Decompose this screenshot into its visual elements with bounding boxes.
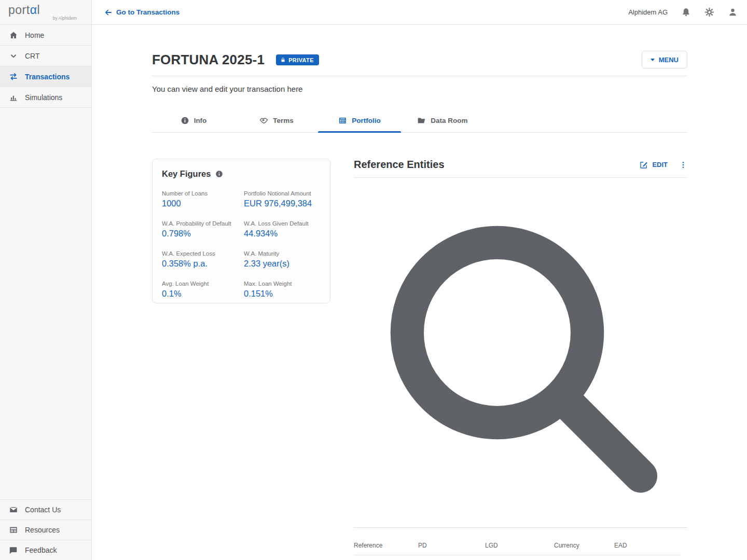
comment-icon <box>9 545 18 555</box>
key-figure-value: 0.358% p.a. <box>162 259 239 269</box>
sidebar-item-feedback[interactable]: Feedback <box>0 540 91 560</box>
column-header[interactable]: LGD <box>485 542 554 555</box>
back-arrow-icon <box>104 8 113 17</box>
key-figure: W.A. Loss Given Default44.934% <box>244 220 321 239</box>
logo-alpha: α <box>30 3 37 17</box>
key-figure: W.A. Maturity2.33 year(s) <box>244 250 321 269</box>
sidebar-item-transactions[interactable]: Transactions <box>0 66 91 87</box>
edit-label: EDIT <box>652 161 668 169</box>
sidebar-item-contact-us[interactable]: Contact Us <box>0 499 91 520</box>
tab-data-room[interactable]: Data Room <box>401 109 484 132</box>
key-figure-label: W.A. Probability of Default <box>162 220 239 227</box>
tab-label: Terms <box>273 117 294 124</box>
handshake-icon <box>259 116 268 125</box>
page-subtitle: You can view and edit your transaction h… <box>152 85 687 93</box>
key-figure: Number of Loans1000 <box>162 190 239 208</box>
reference-entities-section: Reference Entities EDIT <box>354 159 687 560</box>
chevron-down-icon <box>651 59 655 61</box>
page-title: FORTUNA 2025-1 <box>152 52 265 68</box>
sidebar-item-home[interactable]: Home <box>0 25 91 46</box>
sidebar-item-simulations[interactable]: Simulations <box>0 87 91 108</box>
key-figure-label: Avg. Loan Weight <box>162 281 239 287</box>
news-icon <box>9 525 18 535</box>
back-link-label: Go to Transactions <box>116 8 179 16</box>
table-header-row: Reference PD LGD Currency EAD <box>354 542 681 555</box>
folder-icon <box>417 116 426 125</box>
app-logo: portαl by Alphidem <box>0 0 91 25</box>
chevron-down-icon <box>9 51 18 61</box>
column-header[interactable]: Currency <box>554 542 614 555</box>
info-icon[interactable] <box>215 170 223 178</box>
more-options-icon[interactable] <box>679 161 687 169</box>
lock-icon <box>280 57 286 63</box>
tab-terms[interactable]: Terms <box>235 109 318 132</box>
key-figure-value: 0.151% <box>244 289 321 299</box>
cell-ead: 1,043,756.1 <box>614 555 681 560</box>
sidebar-spacer <box>0 108 91 499</box>
sidebar-item-label: CRT <box>25 52 40 60</box>
key-figure-label: W.A. Loss Given Default <box>244 220 321 227</box>
sidebar-item-label: Feedback <box>25 546 57 554</box>
column-header[interactable]: PD <box>418 542 485 555</box>
gear-icon[interactable] <box>704 7 714 17</box>
search-icon <box>354 189 687 523</box>
key-figure-value: 0.1% <box>162 289 239 299</box>
cell-pd: 1.0848391% <box>418 555 485 560</box>
key-figure: W.A. Expected Loss0.358% p.a. <box>162 250 239 269</box>
cell-reference: YBWRR <box>354 555 418 560</box>
key-figure-label: W.A. Maturity <box>244 250 321 257</box>
key-figure: Avg. Loan Weight0.1% <box>162 281 239 299</box>
menu-button[interactable]: MENU <box>642 51 687 68</box>
key-figure-label: W.A. Expected Loss <box>162 250 239 257</box>
home-icon <box>9 31 18 40</box>
tab-info[interactable]: Info <box>152 109 235 132</box>
key-figures-title: Key Figures <box>162 169 211 179</box>
key-figure-value: 44.934% <box>244 229 321 239</box>
bell-icon[interactable] <box>681 7 691 17</box>
key-figure: W.A. Probability of Default0.798% <box>162 220 239 239</box>
divider <box>354 177 687 178</box>
account-name: Alphidem AG <box>628 8 668 16</box>
logo-text: port <box>8 3 30 17</box>
key-figure-label: Number of Loans <box>162 190 239 197</box>
tab-label: Data Room <box>431 117 467 124</box>
back-to-transactions-link[interactable]: Go to Transactions <box>104 8 179 17</box>
edit-icon <box>640 161 648 169</box>
sidebar-item-crt[interactable]: CRT <box>0 46 91 66</box>
tab-label: Info <box>194 117 207 124</box>
key-figure-value: EUR 976,499,384 <box>244 199 321 208</box>
table-row[interactable]: YBWRR 1.0848391% 49.4532677% EUR 1,043,7… <box>354 555 681 560</box>
column-header[interactable]: Reference <box>354 542 418 555</box>
reference-entities-table: Reference PD LGD Currency EAD YBWRR 1.08… <box>354 542 681 560</box>
divider <box>152 76 687 76</box>
badge-label: PRIVATE <box>288 57 314 63</box>
reference-entities-title: Reference Entities <box>354 159 445 171</box>
info-icon <box>181 116 189 125</box>
edit-button[interactable]: EDIT <box>640 161 668 169</box>
column-header[interactable]: EAD <box>614 542 681 555</box>
menu-button-label: MENU <box>659 56 679 64</box>
topbar: Go to Transactions Alphidem AG <box>92 0 747 25</box>
key-figure-value: 1000 <box>162 199 239 208</box>
search-input[interactable] <box>354 189 687 528</box>
key-figures-card: Key Figures Number of Loans1000 Portfoli… <box>152 159 330 303</box>
tab-label: Portfolio <box>352 117 381 124</box>
swap-arrows-icon <box>9 72 18 81</box>
tab-portfolio[interactable]: Portfolio <box>318 109 401 132</box>
logo-text-end: l <box>37 3 40 17</box>
sidebar-item-label: Contact Us <box>25 506 61 514</box>
cell-lgd: 49.4532677% <box>485 555 554 560</box>
sidebar-item-label: Simulations <box>25 93 62 102</box>
sidebar-item-resources[interactable]: Resources <box>0 520 91 540</box>
cell-currency: EUR <box>554 555 614 560</box>
bar-chart-icon <box>9 93 18 102</box>
sidebar: portαl by Alphidem Home CRT Transactions… <box>0 0 92 560</box>
key-figure: Portfolio Notional AmountEUR 976,499,384 <box>244 190 321 208</box>
sidebar-item-label: Home <box>25 31 44 39</box>
key-figure-label: Portfolio Notional Amount <box>244 190 321 197</box>
key-figure-value: 2.33 year(s) <box>244 259 321 269</box>
mail-icon <box>9 505 18 514</box>
tab-bar: Info Terms Portfolio Data Room <box>152 109 687 133</box>
user-icon[interactable] <box>728 7 738 17</box>
sidebar-item-label: Resources <box>25 526 60 534</box>
